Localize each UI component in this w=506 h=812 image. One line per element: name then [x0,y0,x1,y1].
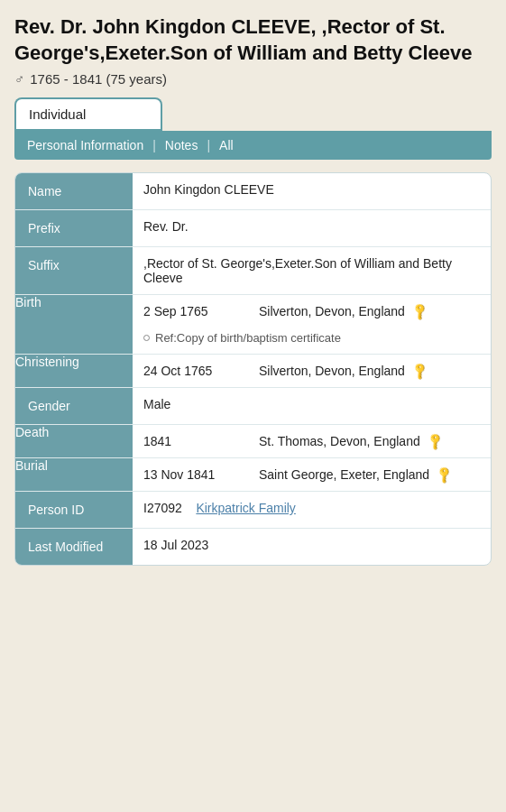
dates-text: 1765 - 1841 (75 years) [30,71,167,87]
label-name: Name [15,173,133,210]
row-christening: Christening 24 Oct 1765 Silverton, Devon… [15,355,491,388]
birth-main: 2 Sep 1765 Silverton, Devon, England 🔑 [133,295,491,328]
person-id-value: I27092 [143,501,182,515]
christening-inner: 24 Oct 1765 Silverton, Devon, England 🔑 [133,355,491,387]
ref-dot-icon [143,335,150,341]
row-name: Name John Kingdon CLEEVE [15,173,491,210]
row-suffix: Suffix ,Rector of St. George's,Exeter.So… [15,247,491,295]
row-prefix: Prefix Rev. Dr. [15,210,491,247]
label-gender: Gender [15,388,133,425]
kirkpatrick-family-link[interactable]: Kirkpatrick Family [196,501,295,515]
birth-date: 2 Sep 1765 [133,295,259,328]
tab-notes[interactable]: Notes [161,136,202,154]
christening-date: 24 Oct 1765 [133,355,259,387]
tab-personal-information[interactable]: Personal Information [23,136,147,154]
death-place: St. Thomas, Devon, England 🔑 [259,425,449,457]
view-dropdown[interactable]: Individual Family Sources Media [16,99,161,129]
birth-place: Silverton, Devon, England 🔑 [259,295,434,328]
birth-source-icon[interactable]: 🔑 [409,302,429,322]
burial-source-icon[interactable]: 🔑 [434,466,454,485]
person-dates: ♂ 1765 - 1841 (75 years) [14,71,492,87]
value-gender: Male [133,388,491,425]
row-death: Death 1841 St. Thomas, Devon, England 🔑 [15,425,491,458]
value-name: John Kingdon CLEEVE [133,173,491,210]
value-prefix: Rev. Dr. [133,210,491,247]
tab-all[interactable]: All [216,136,237,154]
person-title: Rev. Dr. John Kingdon CLEEVE, ,Rector of… [14,14,492,66]
nav-wrapper: Individual Family Sources Media Personal… [14,97,492,160]
value-suffix: ,Rector of St. George's,Exeter.Son of Wi… [133,247,491,295]
page-header: Rev. Dr. John Kingdon CLEEVE, ,Rector of… [14,14,492,87]
death-source-icon[interactable]: 🔑 [425,432,445,452]
info-table: Name John Kingdon CLEEVE Prefix Rev. Dr.… [15,173,491,565]
row-person-id: Person ID I27092 Kirkpatrick Family [15,492,491,529]
value-person-id: I27092 Kirkpatrick Family [133,492,491,529]
label-prefix: Prefix [15,210,133,247]
burial-date: 13 Nov 1841 [133,458,259,491]
death-date: 1841 [133,425,259,457]
burial-inner: 13 Nov 1841 Saint George, Exeter, Englan… [133,458,491,491]
label-death: Death [15,425,133,458]
dropdown-wrapper: Individual Family Sources Media [14,97,162,131]
burial-place: Saint George, Exeter, England 🔑 [259,458,458,491]
row-last-modified: Last Modified 18 Jul 2023 [15,529,491,566]
tab-separator-1: | [152,138,156,152]
label-birth: Birth [15,295,133,355]
label-suffix: Suffix [15,247,133,295]
label-burial: Burial [15,458,133,492]
label-person-id: Person ID [15,492,133,529]
birth-ref-text: Ref:Copy of birth/baptism certificate [155,331,341,345]
info-card: Name John Kingdon CLEEVE Prefix Rev. Dr.… [14,172,492,566]
row-gender: Gender Male [15,388,491,425]
gender-icon: ♂ [14,71,24,87]
christening-source-icon[interactable]: 🔑 [409,362,429,382]
tab-bar: Personal Information | Notes | All [14,131,492,160]
row-birth: Birth 2 Sep 1765 Silverton, Devon, Engla… [15,295,491,355]
death-inner: 1841 St. Thomas, Devon, England 🔑 [133,425,491,457]
row-burial: Burial 13 Nov 1841 Saint George, Exeter,… [15,458,491,492]
christening-place: Silverton, Devon, England 🔑 [259,355,434,387]
value-last-modified: 18 Jul 2023 [133,529,491,566]
tab-separator-2: | [207,138,210,152]
label-christening: Christening [15,355,133,388]
label-last-modified: Last Modified [15,529,133,566]
birth-ref: Ref:Copy of birth/baptism certificate [133,328,491,354]
birth-inner: 2 Sep 1765 Silverton, Devon, England 🔑 R… [133,295,491,354]
